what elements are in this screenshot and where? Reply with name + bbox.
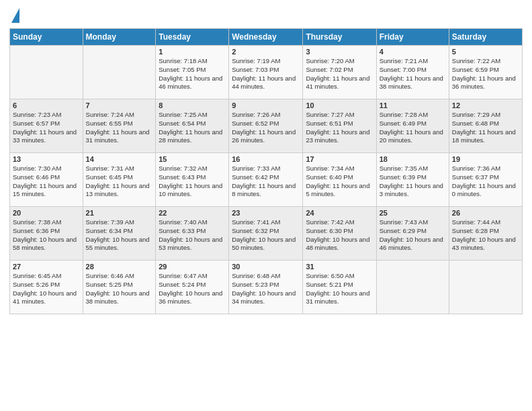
calendar-cell: 3Sunrise: 7:20 AMSunset: 7:02 PMDaylight… [303,46,376,99]
day-number: 24 [306,209,373,217]
day-info: Sunset: 7:05 PM [159,66,226,75]
day-info: Daylight: 10 hours and 50 minutes. [232,236,300,253]
day-info: Daylight: 10 hours and 48 minutes. [306,236,373,253]
calendar-cell: 15Sunrise: 7:32 AMSunset: 6:43 PMDayligh… [156,153,229,207]
calendar-cell [376,261,449,314]
calendar-week-row: 27Sunrise: 6:45 AMSunset: 5:26 PMDayligh… [10,261,523,314]
calendar-cell: 13Sunrise: 7:30 AMSunset: 6:46 PMDayligh… [10,153,83,207]
calendar-cell: 23Sunrise: 7:41 AMSunset: 6:32 PMDayligh… [229,207,303,261]
day-number: 5 [452,48,519,56]
calendar-cell: 11Sunrise: 7:28 AMSunset: 6:49 PMDayligh… [376,99,449,153]
day-number: 23 [232,209,300,217]
day-info: Daylight: 10 hours and 55 minutes. [86,236,153,253]
calendar-cell: 6Sunrise: 7:23 AMSunset: 6:57 PMDaylight… [10,99,83,153]
calendar-week-row: 6Sunrise: 7:23 AMSunset: 6:57 PMDaylight… [10,99,523,153]
day-info: Daylight: 11 hours and 3 minutes. [380,182,446,199]
calendar-cell: 8Sunrise: 7:25 AMSunset: 6:54 PMDaylight… [156,99,229,153]
day-info: Sunset: 6:37 PM [452,173,519,182]
day-info: Sunrise: 7:35 AM [380,165,446,173]
calendar-cell: 9Sunrise: 7:26 AMSunset: 6:52 PMDaylight… [229,99,303,153]
day-info: Sunrise: 7:36 AM [452,165,519,173]
day-info: Sunrise: 7:18 AM [159,57,226,66]
day-info: Daylight: 10 hours and 41 minutes. [13,289,80,307]
calendar-cell: 20Sunrise: 7:38 AMSunset: 6:36 PMDayligh… [10,207,83,261]
day-number: 30 [232,263,300,271]
day-info: Sunrise: 7:31 AM [86,165,153,173]
day-number: 8 [159,101,226,109]
day-number: 3 [306,48,373,56]
day-info: Sunrise: 7:32 AM [159,165,226,173]
day-info: Sunset: 6:39 PM [380,173,446,182]
day-info: Sunrise: 7:19 AM [232,57,300,66]
calendar-cell: 18Sunrise: 7:35 AMSunset: 6:39 PMDayligh… [376,153,449,207]
day-header-sunday: Sunday [10,29,83,46]
calendar-cell: 25Sunrise: 7:43 AMSunset: 6:29 PMDayligh… [376,207,449,261]
calendar-cell: 10Sunrise: 7:27 AMSunset: 6:51 PMDayligh… [303,99,376,153]
calendar-cell [83,46,156,99]
day-info: Daylight: 10 hours and 36 minutes. [159,289,226,307]
day-info: Daylight: 11 hours and 38 minutes. [380,75,446,92]
calendar-cell: 21Sunrise: 7:39 AMSunset: 6:34 PMDayligh… [83,207,156,261]
day-info: Sunset: 6:28 PM [452,227,519,236]
day-number: 22 [159,209,226,217]
calendar-week-row: 1Sunrise: 7:18 AMSunset: 7:05 PMDaylight… [10,46,523,99]
day-info: Daylight: 11 hours and 33 minutes. [13,128,80,146]
calendar-cell: 17Sunrise: 7:34 AMSunset: 6:40 PMDayligh… [303,153,376,207]
day-info: Sunrise: 7:41 AM [232,218,300,227]
day-info: Sunrise: 6:50 AM [306,272,373,281]
day-header-thursday: Thursday [303,29,376,46]
day-number: 7 [86,101,153,109]
day-info: Sunrise: 7:30 AM [13,165,80,173]
day-info: Sunset: 6:54 PM [159,120,226,128]
day-info: Daylight: 10 hours and 38 minutes. [86,289,153,307]
day-info: Daylight: 11 hours and 36 minutes. [452,75,519,92]
day-info: Sunrise: 7:39 AM [86,218,153,227]
day-info: Sunset: 6:46 PM [13,173,80,182]
day-info: Sunrise: 7:26 AM [232,111,300,120]
header [9,7,523,23]
day-info: Sunrise: 6:47 AM [159,272,226,281]
calendar-header-row: SundayMondayTuesdayWednesdayThursdayFrid… [10,29,523,46]
day-number: 6 [13,101,80,109]
logo [9,7,19,23]
day-number: 19 [452,155,519,163]
day-info: Daylight: 11 hours and 8 minutes. [232,182,300,199]
day-header-saturday: Saturday [449,29,522,46]
day-number: 1 [159,48,226,56]
day-info: Sunset: 6:33 PM [159,227,226,236]
day-info: Sunset: 6:59 PM [452,66,519,75]
day-info: Daylight: 11 hours and 10 minutes. [159,182,226,199]
day-info: Sunrise: 7:28 AM [380,111,446,120]
day-info: Sunset: 5:25 PM [86,281,153,289]
day-number: 31 [306,263,373,271]
day-info: Sunset: 6:43 PM [159,173,226,182]
day-info: Sunset: 6:30 PM [306,227,373,236]
day-info: Daylight: 10 hours and 43 minutes. [452,236,519,253]
day-info: Sunset: 6:48 PM [452,120,519,128]
day-info: Daylight: 11 hours and 46 minutes. [159,75,226,92]
day-number: 9 [232,101,300,109]
day-header-friday: Friday [376,29,449,46]
day-info: Sunrise: 7:38 AM [13,218,80,227]
calendar-cell [449,261,522,314]
day-info: Sunrise: 7:44 AM [452,218,519,227]
day-info: Sunrise: 7:27 AM [306,111,373,120]
calendar-cell [10,46,83,99]
day-info: Sunset: 6:52 PM [232,120,300,128]
day-info: Sunrise: 6:46 AM [86,272,153,281]
day-number: 20 [13,209,80,217]
day-info: Daylight: 11 hours and 41 minutes. [306,75,373,92]
day-info: Sunrise: 7:22 AM [452,57,519,66]
day-number: 14 [86,155,153,163]
day-info: Daylight: 11 hours and 5 minutes. [306,182,373,199]
calendar-cell: 2Sunrise: 7:19 AMSunset: 7:03 PMDaylight… [229,46,303,99]
day-number: 2 [232,48,300,56]
day-header-wednesday: Wednesday [229,29,303,46]
day-info: Daylight: 11 hours and 31 minutes. [86,128,153,146]
day-number: 15 [159,155,226,163]
day-info: Daylight: 11 hours and 13 minutes. [86,182,153,199]
calendar-table: SundayMondayTuesdayWednesdayThursdayFrid… [9,28,523,314]
day-info: Daylight: 10 hours and 53 minutes. [159,236,226,253]
calendar-cell: 1Sunrise: 7:18 AMSunset: 7:05 PMDaylight… [156,46,229,99]
day-info: Sunrise: 7:23 AM [13,111,80,120]
